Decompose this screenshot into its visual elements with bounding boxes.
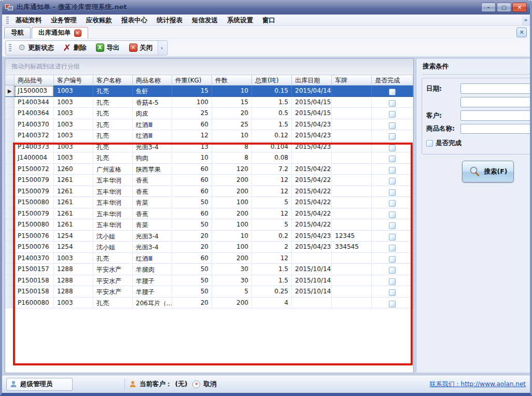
grid-cell[interactable]: P1500076 [15,231,54,242]
tab-navigation[interactable]: 导航 [4,27,31,38]
grid-cell[interactable]: 香蕉 [133,186,172,197]
grid-cell[interactable]: 60 [172,164,212,175]
menu-item-statistics[interactable]: 统计报表 [152,15,187,25]
table-row[interactable]: P15000801261五丰华润青菜5010052015/04/22 [5,219,413,231]
grid-cell[interactable]: P1400364 [15,108,54,119]
table-row[interactable]: P15000761254沈小姐光面3-42010022015/04/233345… [5,242,413,253]
grid-cell[interactable]: 5 [212,286,252,298]
grid-group-panel[interactable]: 拖动列标题到这进行分组 [5,59,413,75]
grid-cell[interactable]: 五丰华润 [93,186,133,197]
grid-cell[interactable]: 1.5 [252,97,292,108]
grid-cell[interactable]: 30 [212,264,252,275]
grid-cell[interactable]: 60 [172,253,212,264]
grid-cell[interactable] [332,197,372,208]
grid-cell[interactable] [292,253,332,264]
grid-cell[interactable]: 0.5 [252,108,292,119]
grid-cell[interactable]: 2015/04/23 [292,119,332,131]
grid-cell[interactable]: 青菜 [133,197,172,208]
grid-cell[interactable]: 1254 [54,242,93,253]
grid-cell[interactable]: 100 [172,97,212,108]
delete-button[interactable]: ✗ 删除 [59,41,91,54]
grid-cell[interactable]: 2015/10/14 [292,275,332,287]
complete-checkbox[interactable] [389,145,396,151]
grid-cell[interactable]: 羊腰子 [133,275,172,287]
grid-cell[interactable]: P1500079 [15,208,54,220]
grid-cell[interactable]: 200 [212,298,252,309]
table-row[interactable]: P14003721003孔亮红酒Ⅲ12100.122015/04/23 [5,130,413,142]
grid-cell[interactable]: 200 [212,175,252,186]
column-header[interactable]: 商品名称 [133,75,172,86]
complete-checkbox[interactable] [389,278,396,285]
grid-cell[interactable]: 2015/04/22 [292,175,332,186]
column-header[interactable]: 件重(KG) [172,75,212,86]
grid-cell[interactable] [332,119,372,131]
grid-cell[interactable]: 红酒Ⅲ [133,253,172,264]
date-to-combobox[interactable]: ▼ [460,97,532,107]
menu-item-sms[interactable]: 短信发送 [187,15,222,25]
grid-cell[interactable] [332,108,372,119]
grid-cell[interactable] [332,175,372,186]
grid-cell[interactable]: 香蕉 [133,208,172,220]
grid-cell[interactable]: 20 [212,108,252,119]
complete-checkbox[interactable] [389,267,396,274]
grid-cell[interactable]: 12 [172,130,212,142]
grid-cell[interactable]: 0.25 [252,286,292,298]
row-indicator[interactable] [5,152,15,164]
grid-cell[interactable]: 陕西苹果 [133,164,172,175]
column-header[interactable]: 出库日期 [292,75,332,86]
grid-cell[interactable]: 2015/04/22 [292,164,332,175]
row-indicator[interactable] [5,119,15,131]
grid-cell[interactable]: J1500003 [15,86,54,97]
grid-cell[interactable]: 1003 [54,253,93,264]
grid-cell[interactable]: 2015/04/23 [292,142,332,153]
cancel-customer-action[interactable]: ✕ 取消 [192,380,216,389]
grid-cell[interactable]: 60 [172,208,212,220]
grid-cell[interactable] [332,219,372,231]
grid-cell[interactable]: 孔亮 [93,298,133,309]
menu-item-receivables[interactable]: 应收账款 [81,15,117,25]
grid-cell[interactable]: P1600080 [15,298,54,309]
grid-cell[interactable]: 羊腿肉 [133,264,172,275]
grid-cell[interactable]: P1500158 [15,286,54,298]
table-row[interactable]: P15000721260广州蓝格陕西苹果601207.22015/04/22 [5,164,413,175]
grid-cell[interactable]: 1003 [54,108,93,119]
grid-cell[interactable]: 2015/04/22 [292,208,332,220]
grid-cell[interactable]: 10 [172,152,212,164]
grid-cell[interactable]: 五丰华润 [93,197,133,208]
close-button[interactable]: ✕ [512,3,527,12]
grid-cell[interactable]: 25 [212,119,252,131]
table-row[interactable]: J14000041003孔亮狗肉1080.08 [5,152,413,164]
grid-cell[interactable]: 15 [172,86,212,97]
row-indicator[interactable] [5,208,15,220]
row-indicator[interactable] [5,253,15,264]
grid-cell[interactable]: 1.5 [252,264,292,275]
grid-cell[interactable]: 1261 [54,208,93,220]
grid-cell[interactable]: 50 [172,197,212,208]
grid-cell[interactable]: 1261 [54,186,93,197]
grid-cell[interactable]: P1500157 [15,264,54,275]
close-view-button[interactable]: ✕ 关闭 [124,41,158,54]
table-row[interactable]: P14003701003孔亮红酒Ⅲ60251.52015/04/23 [5,119,413,131]
table-row[interactable]: P15000801261五丰华润青菜5010052015/04/22 [5,197,413,208]
table-row[interactable]: P14003731003孔亮光面3-41380.1042015/04/23 [5,142,413,153]
grid-cell[interactable]: 0.104 [252,142,292,153]
grid-cell[interactable]: 1003 [54,142,93,153]
grid-cell[interactable] [332,130,372,142]
grid-cell[interactable]: 12 [252,186,292,197]
grid-cell[interactable]: 4 [252,298,292,309]
grid-cell[interactable]: 2015/04/15 [292,97,332,108]
column-header[interactable]: 商品批号 [15,75,54,86]
tab-close-icon[interactable]: ✕ [74,30,81,37]
row-indicator[interactable] [5,242,15,253]
grid-cell[interactable]: 2015/04/14 [292,86,332,97]
grid-cell[interactable]: 1003 [54,119,93,131]
grid-cell[interactable]: 平安水产 [93,286,133,298]
table-row[interactable]: P15000791261五丰华润香蕉60200122015/04/22 [5,186,413,197]
grid-cell[interactable]: 12 [252,208,292,220]
table-row[interactable]: P15000761254沈小姐光面3-420100.22015/04/23123… [5,231,413,242]
grid-cell[interactable]: P1500080 [15,219,54,231]
grid-cell[interactable]: P1500072 [15,164,54,175]
grid-cell[interactable]: 206耳片（… [133,298,172,309]
grid-cell[interactable]: 1261 [54,219,93,231]
grid-cell[interactable]: 孔亮 [93,152,133,164]
